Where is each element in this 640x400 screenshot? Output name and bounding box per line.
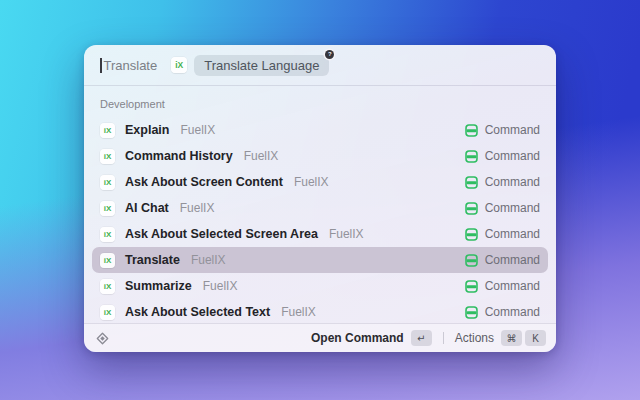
- list-item-accessory: Command: [465, 305, 540, 319]
- list-item[interactable]: iX Ask About Screen Content FuelIX Comma…: [92, 169, 548, 195]
- list-item[interactable]: iX Ask About Selected Screen Area FuelIX…: [92, 221, 548, 247]
- list-item-title: Explain: [125, 123, 169, 137]
- fuelix-icon: iX: [100, 279, 115, 294]
- command-type-label: Command: [485, 305, 540, 319]
- list-item-title: AI Chat: [125, 201, 169, 215]
- actions-button[interactable]: Actions: [455, 331, 494, 345]
- list-item-title: Ask About Selected Screen Area: [125, 227, 318, 241]
- list-item-title: Ask About Selected Text: [125, 305, 270, 319]
- command-type-label: Command: [485, 227, 540, 241]
- list-item[interactable]: iX Ask About Selected Text FuelIX Comman…: [92, 299, 548, 323]
- help-badge-icon[interactable]: ?: [325, 50, 334, 59]
- command-type-label: Command: [485, 253, 540, 267]
- command-type-icon: [465, 124, 478, 137]
- argument-pill-label: Translate Language: [204, 58, 319, 73]
- command-type-label: Command: [485, 175, 540, 189]
- command-rows: iX Explain FuelIX Command iX Command His…: [92, 117, 548, 323]
- list-item-subtitle: FuelIX: [180, 123, 215, 137]
- list-item[interactable]: iX Explain FuelIX Command: [92, 117, 548, 143]
- command-type-icon: [465, 228, 478, 241]
- list-item-subtitle: FuelIX: [244, 149, 279, 163]
- footer-divider: [443, 332, 444, 344]
- list-item-accessory: Command: [465, 175, 540, 189]
- list-item-accessory: Command: [465, 227, 540, 241]
- list-item-title: Command History: [125, 149, 233, 163]
- command-type-icon: [465, 280, 478, 293]
- fuelix-icon: iX: [100, 253, 115, 268]
- footer-app-area: [96, 332, 109, 345]
- list-item-accessory: Command: [465, 253, 540, 267]
- list-item[interactable]: iX Translate FuelIX Command: [92, 247, 548, 273]
- command-type-label: Command: [485, 201, 540, 215]
- fuelix-icon: iX: [100, 305, 115, 320]
- fuelix-icon: iX: [100, 149, 115, 164]
- list-item-title: Translate: [125, 253, 180, 267]
- enter-key-icon: ↵: [411, 330, 432, 346]
- search-tag-group: iX Translate Language ?: [171, 55, 329, 76]
- command-type-icon: [465, 202, 478, 215]
- command-type-icon: [465, 254, 478, 267]
- command-key-icon: ⌘: [501, 330, 522, 346]
- k-key-icon: K: [525, 330, 546, 346]
- footer-bar: Open Command ↵ Actions ⌘ K: [84, 323, 556, 352]
- command-list: Development iX Explain FuelIX Command iX…: [84, 86, 556, 323]
- footer-actions-area: Open Command ↵ Actions ⌘ K: [311, 330, 546, 346]
- list-item[interactable]: iX Summarize FuelIX Command: [92, 273, 548, 299]
- command-type-label: Command: [485, 149, 540, 163]
- fuelix-icon: iX: [100, 123, 115, 138]
- list-item-subtitle: FuelIX: [180, 201, 215, 215]
- text-cursor: [100, 58, 102, 73]
- list-item-subtitle: FuelIX: [191, 253, 226, 267]
- argument-pill[interactable]: Translate Language ?: [194, 55, 329, 76]
- list-item-subtitle: FuelIX: [203, 279, 238, 293]
- command-type-icon: [465, 150, 478, 163]
- list-item-subtitle: FuelIX: [294, 175, 329, 189]
- actions-shortcut: ⌘ K: [501, 330, 546, 346]
- list-item-accessory: Command: [465, 149, 540, 163]
- list-item-subtitle: FuelIX: [329, 227, 364, 241]
- list-item-accessory: Command: [465, 201, 540, 215]
- fuelix-icon: iX: [100, 227, 115, 242]
- fuelix-icon: iX: [171, 57, 187, 73]
- list-item-accessory: Command: [465, 123, 540, 137]
- command-type-label: Command: [485, 123, 540, 137]
- app-logo-icon: [96, 332, 109, 345]
- list-item-title: Summarize: [125, 279, 192, 293]
- fuelix-icon: iX: [100, 201, 115, 216]
- list-item[interactable]: iX Command History FuelIX Command: [92, 143, 548, 169]
- list-item-accessory: Command: [465, 279, 540, 293]
- command-type-icon: [465, 176, 478, 189]
- section-header: Development: [100, 98, 540, 110]
- list-item-subtitle: FuelIX: [281, 305, 316, 319]
- list-item[interactable]: iX AI Chat FuelIX Command: [92, 195, 548, 221]
- command-type-label: Command: [485, 279, 540, 293]
- primary-action-label[interactable]: Open Command: [311, 331, 404, 345]
- command-palette-window: Translate iX Translate Language ? Develo…: [84, 45, 556, 352]
- command-type-icon: [465, 306, 478, 319]
- fuelix-icon: iX: [100, 175, 115, 190]
- search-input[interactable]: Translate: [104, 58, 158, 73]
- list-item-title: Ask About Screen Content: [125, 175, 283, 189]
- search-bar[interactable]: Translate iX Translate Language ?: [84, 45, 556, 86]
